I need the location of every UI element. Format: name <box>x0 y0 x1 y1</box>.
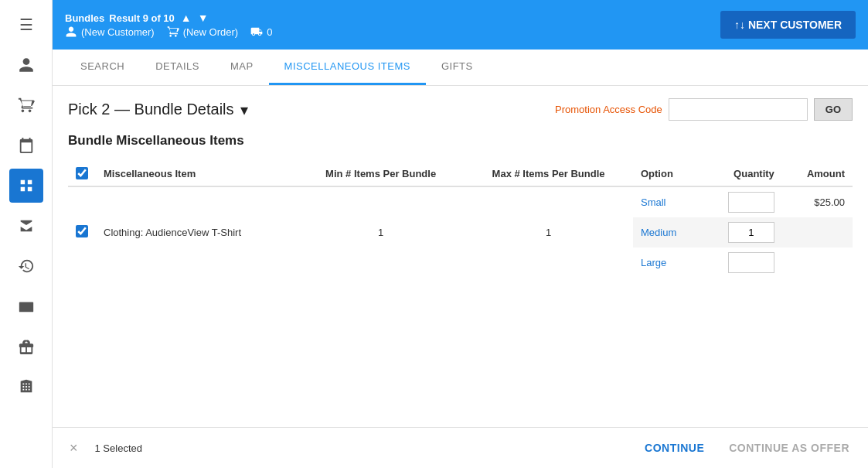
bundles-icon[interactable] <box>9 169 43 203</box>
page-title-text: Pick 2 — Bundle Details <box>68 101 234 118</box>
page-content: Pick 2 — Bundle Details ▾ Promotion Acce… <box>53 86 868 427</box>
breadcrumb-result: Result 9 of 10 <box>109 12 175 24</box>
section-title: Bundle Miscellaneous Items <box>68 133 853 149</box>
customer-label: (New Customer) <box>81 26 155 38</box>
option-small-cell: Small <box>633 186 700 217</box>
giftcard-icon[interactable] <box>9 289 43 323</box>
header-subrow: (New Customer) (New Order) 0 <box>65 26 708 38</box>
amount-small: $25.00 <box>814 196 845 208</box>
tab-search[interactable]: SEARCH <box>65 50 140 85</box>
item-checkbox[interactable] <box>76 225 88 237</box>
item-min-cell: 1 <box>298 186 464 278</box>
tab-map[interactable]: MAP <box>215 50 269 85</box>
order-label: (New Order) <box>183 26 239 38</box>
qty-large-cell[interactable] <box>700 248 781 278</box>
delivery-icon <box>250 26 263 38</box>
option-large-label: Large <box>641 257 666 268</box>
store-icon[interactable] <box>9 209 43 243</box>
page-title: Pick 2 — Bundle Details ▾ <box>68 101 248 119</box>
option-small-label: Small <box>641 196 666 208</box>
calendar-icon[interactable] <box>9 128 43 162</box>
miscellaneous-items-table: Miscellaneous Item Min # Items Per Bundl… <box>68 161 853 278</box>
tab-details[interactable]: DETAILS <box>140 50 215 85</box>
qty-large-input[interactable] <box>728 252 774 273</box>
table-row: Clothing: AudienceView T-Shirt 1 1 Small <box>68 186 853 217</box>
option-large-cell: Large <box>633 248 700 278</box>
qty-medium-cell[interactable] <box>700 217 781 248</box>
col-header-item: Miscellaneous Item <box>96 161 298 186</box>
page-title-row: Pick 2 — Bundle Details ▾ Promotion Acce… <box>68 98 853 121</box>
item-name-cell: Clothing: AudienceView T-Shirt <box>96 186 298 278</box>
promo-input[interactable] <box>669 98 808 121</box>
cart-count-label: 0 <box>267 26 272 38</box>
cart-small-icon <box>167 26 179 38</box>
tabs-bar: SEARCH DETAILS MAP MISCELLANEOUS ITEMS G… <box>53 50 868 86</box>
breadcrumb-section: Bundles <box>65 12 104 24</box>
col-header-max: Max # Items Per Bundle <box>464 161 633 186</box>
person-icon[interactable] <box>9 48 43 82</box>
col-header-min: Min # Items Per Bundle <box>298 161 464 186</box>
nav-up-arrow[interactable]: ▲ <box>179 12 193 24</box>
option-medium-label: Medium <box>641 227 676 238</box>
building-icon[interactable] <box>9 370 43 404</box>
col-header-checkbox <box>68 161 96 186</box>
breadcrumb: Bundles Result 9 of 10 ▲ ▼ <box>65 12 708 24</box>
continue-as-offer-button[interactable]: CONTINUE AS OFFER <box>723 437 856 459</box>
option-medium-cell: Medium <box>633 217 700 248</box>
amount-medium-cell <box>782 217 853 248</box>
tab-gifts[interactable]: GIFTS <box>426 50 488 85</box>
close-icon[interactable]: × <box>65 439 83 458</box>
col-header-option: Option <box>633 161 700 186</box>
sidebar: ☰ <box>0 0 53 468</box>
qty-small-cell[interactable] <box>700 186 781 217</box>
breadcrumb-nav[interactable]: ▲ ▼ <box>179 12 210 24</box>
qty-medium-input[interactable] <box>728 222 774 243</box>
next-customer-button[interactable]: ↑↓ NEXT CUSTOMER <box>720 11 856 39</box>
amount-small-cell: $25.00 <box>782 186 853 217</box>
item-max-cell: 1 <box>464 186 633 278</box>
header-bar: Bundles Result 9 of 10 ▲ ▼ (New Customer… <box>53 0 868 50</box>
promo-row: Promotion Access Code GO <box>555 98 853 121</box>
selected-label: 1 Selected <box>95 442 142 454</box>
col-header-amount: Amount <box>782 161 853 186</box>
menu-icon[interactable]: ☰ <box>9 8 43 42</box>
header-left: Bundles Result 9 of 10 ▲ ▼ (New Customer… <box>65 12 708 38</box>
history-icon[interactable] <box>9 249 43 283</box>
cart-icon[interactable] <box>9 88 43 122</box>
item-min: 1 <box>378 227 383 238</box>
order-chip[interactable]: (New Order) <box>167 26 239 38</box>
main-content: Bundles Result 9 of 10 ▲ ▼ (New Customer… <box>53 0 868 468</box>
qty-small-input[interactable] <box>728 192 774 213</box>
select-all-checkbox[interactable] <box>76 167 88 179</box>
svg-rect-0 <box>19 302 32 313</box>
go-button[interactable]: GO <box>814 98 853 121</box>
item-max: 1 <box>546 227 551 238</box>
promo-label: Promotion Access Code <box>555 104 662 115</box>
customer-icon <box>65 26 77 38</box>
cart-count-chip[interactable]: 0 <box>250 26 272 38</box>
tab-miscellaneous-items[interactable]: MISCELLANEOUS ITEMS <box>269 50 426 85</box>
continue-button[interactable]: CONTINUE <box>638 437 710 459</box>
amount-large-cell <box>782 248 853 278</box>
nav-down-arrow[interactable]: ▼ <box>196 12 210 24</box>
gift-icon[interactable] <box>9 330 43 364</box>
customer-chip[interactable]: (New Customer) <box>65 26 155 38</box>
item-checkbox-cell <box>68 186 96 278</box>
page-title-chevron[interactable]: ▾ <box>240 101 248 119</box>
item-name: Clothing: AudienceView T-Shirt <box>104 227 241 238</box>
col-header-quantity: Quantity <box>700 161 781 186</box>
footer-bar: × 1 Selected CONTINUE CONTINUE AS OFFER <box>53 427 868 468</box>
